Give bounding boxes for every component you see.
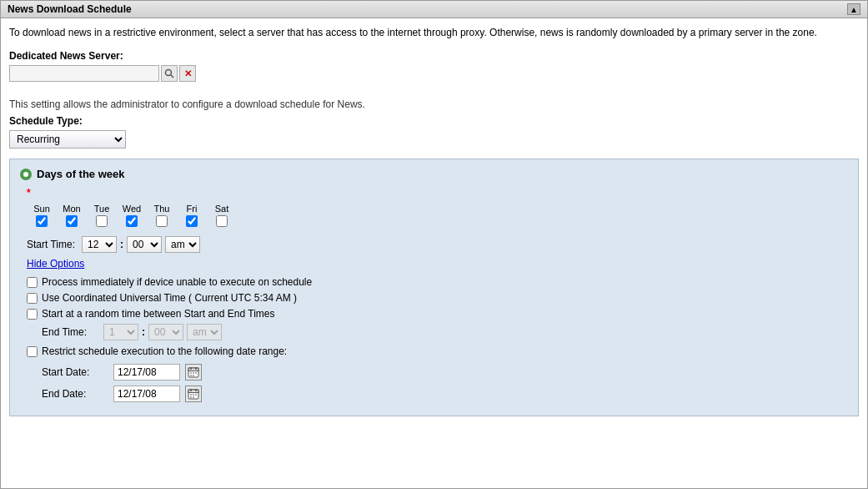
options-section: Process immediately if device unable to … [27,276,848,402]
day-header-thu: Thu [147,202,177,215]
end-time-ampm-select[interactable]: ampm [187,324,222,340]
server-clear-button[interactable]: ✕ [179,65,196,82]
start-time-hour-select[interactable]: 12123 4567 891011 [82,236,117,253]
day-header-tue: Tue [87,202,117,215]
checkbox-sun[interactable] [36,215,48,227]
checkbox-thu[interactable] [156,215,168,227]
day-header-fri: Fri [177,202,207,215]
checkbox-sat[interactable] [216,215,228,227]
days-check-row [27,215,848,229]
start-date-label: Start Date: [42,366,108,378]
end-time-row: End Time: 1234 5678 9101112 : 00051015 a… [42,324,848,340]
date-range-row: Restrict schedule execution to the follo… [27,345,848,357]
day-check-fri [177,215,207,229]
svg-rect-19 [193,396,194,398]
day-check-thu [147,215,177,229]
start-time-label: Start Time: [27,239,75,250]
days-header-row: Sun Mon Tue Wed Thu Fri Sat [27,202,848,215]
server-input[interactable] [9,65,159,82]
panel-content: To download news in a restrictive enviro… [1,18,867,423]
description-text: To download news in a restrictive enviro… [9,25,859,40]
end-time-hour-select[interactable]: 1234 5678 9101112 [103,324,138,340]
random-time-label: Start at a random time between Start and… [42,308,274,320]
start-time-minute-select[interactable]: 00051015 20253035 40455055 [127,236,162,253]
start-date-calendar-button[interactable] [185,364,202,381]
dedicated-server-group: Dedicated News Server: ✕ [9,50,859,82]
start-date-input[interactable] [113,364,180,381]
day-check-sat [207,215,237,229]
search-icon [164,68,174,78]
end-date-row: End Date: [42,386,848,402]
date-range-label: Restrict schedule execution to the follo… [42,345,287,357]
end-time-label: End Time: [42,326,100,338]
checkbox-fri[interactable] [186,215,198,227]
svg-point-0 [166,70,172,76]
end-date-label: End Date: [42,388,108,400]
svg-rect-15 [190,394,192,396]
end-date-input[interactable] [113,386,180,402]
svg-rect-18 [190,396,192,398]
day-check-wed [117,215,147,229]
process-immediately-row: Process immediately if device unable to … [27,276,848,288]
end-time-minute-select[interactable]: 00051015 [148,324,183,340]
server-input-row: ✕ [9,65,859,82]
day-check-mon [57,215,87,229]
collapse-icon[interactable]: ▲ [847,3,860,15]
checkbox-tue[interactable] [96,215,108,227]
svg-rect-10 [193,375,194,376]
days-section-title: Days of the week [20,168,848,180]
date-range-checkbox[interactable] [27,346,38,357]
svg-rect-16 [193,394,194,396]
schedule-type-select[interactable]: Recurring Once Manual [9,130,126,149]
day-check-sun [27,215,57,229]
schedule-type-group: Schedule Type: Recurring Once Manual [9,115,859,149]
schedule-options-panel: Days of the week * Sun Mon Tue Wed Thu F… [9,159,859,416]
day-check-tue [87,215,117,229]
process-immediately-label: Process immediately if device unable to … [42,276,312,288]
svg-rect-7 [193,372,194,374]
start-date-row: Start Date: [42,364,848,381]
use-utc-checkbox[interactable] [27,293,38,304]
schedule-type-label: Schedule Type: [9,115,859,127]
days-radio-indicator [20,169,32,180]
svg-rect-12 [188,390,198,393]
start-time-row: Start Time: 12123 4567 891011 : 00051015… [27,236,848,253]
required-asterisk: * [27,187,848,199]
checkbox-mon[interactable] [66,215,78,227]
use-utc-row: Use Coordinated Universal Time ( Current… [27,292,848,304]
svg-rect-8 [195,372,197,374]
svg-rect-17 [195,394,197,396]
end-date-calendar-button[interactable] [185,386,202,402]
svg-rect-6 [190,372,192,374]
day-header-sat: Sat [207,202,237,215]
day-header-sun: Sun [27,202,57,215]
start-time-ampm-select[interactable]: ampm [165,236,200,253]
setting-description: This setting allows the administrator to… [9,98,859,110]
days-table: Sun Mon Tue Wed Thu Fri Sat [27,202,848,229]
checkbox-wed[interactable] [126,215,138,227]
server-search-button[interactable] [161,65,178,82]
days-section-label: Days of the week [37,168,125,180]
time-colon: : [120,239,123,250]
end-time-colon: : [142,326,145,338]
random-time-checkbox[interactable] [27,309,38,320]
clear-icon: ✕ [184,68,192,79]
svg-rect-9 [190,375,192,376]
svg-line-1 [171,75,173,78]
calendar-icon-2 [188,388,199,400]
hide-options-link[interactable]: Hide Options [27,258,84,270]
process-immediately-checkbox[interactable] [27,277,38,288]
news-download-schedule-panel: News Download Schedule ▲ To download new… [0,0,868,489]
svg-rect-3 [188,368,198,371]
panel-header: News Download Schedule ▲ [1,1,867,18]
panel-header-icons: ▲ [847,3,860,15]
panel-title: News Download Schedule [8,3,132,15]
day-header-mon: Mon [57,202,87,215]
calendar-icon [188,366,199,378]
dedicated-server-label: Dedicated News Server: [9,50,859,62]
day-header-wed: Wed [117,202,147,215]
random-time-row: Start at a random time between Start and… [27,308,848,320]
use-utc-label: Use Coordinated Universal Time ( Current… [42,292,297,304]
